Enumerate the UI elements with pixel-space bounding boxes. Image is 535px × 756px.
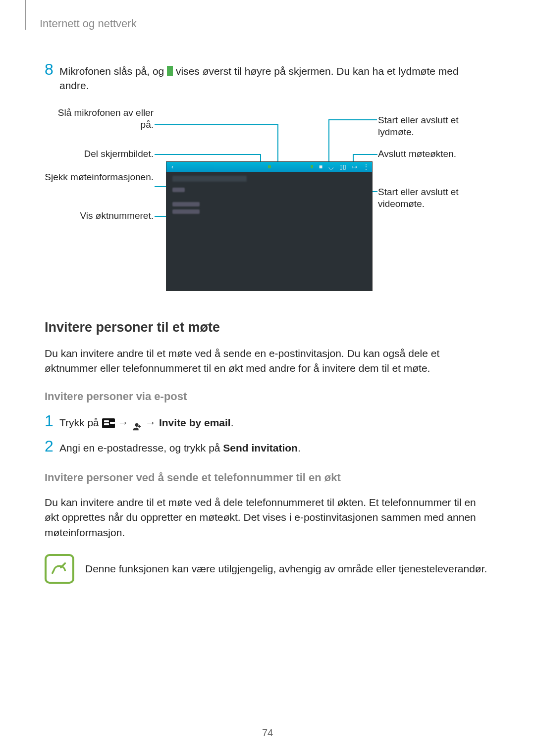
heading-invite-people: Invitere personer til et møte bbox=[45, 320, 490, 335]
more-icon: ▯▯ bbox=[339, 163, 346, 170]
availability-note: Denne funksjonen kan være utilgjengelig,… bbox=[45, 554, 490, 584]
step-number: 8 bbox=[45, 62, 59, 77]
step-1: 1 Trykk på → → Invite by email. bbox=[45, 414, 490, 431]
page-number: 74 bbox=[0, 727, 535, 739]
step-text: Trykk på → → Invite by email. bbox=[59, 415, 234, 431]
meeting-title-placeholder bbox=[172, 176, 247, 182]
mic-status-icon bbox=[311, 165, 313, 168]
app-toolbar: ‹ ■ ◡ ▯▯ ↦ ⋮ bbox=[166, 162, 372, 172]
session-number-placeholder bbox=[172, 209, 200, 214]
mic-active-icon bbox=[167, 66, 173, 76]
step-text: Angi en e-postadresse, og trykk på Send … bbox=[59, 441, 301, 455]
step-number: 2 bbox=[45, 439, 59, 454]
section-header: Internett og nettverk bbox=[40, 17, 490, 30]
callout-end-session: Avslutt møteøkten. bbox=[378, 148, 487, 160]
paragraph-invite-phone: Du kan invitere andre til et møte ved å … bbox=[45, 495, 490, 540]
callout-meeting-info: Sjekk møteinformasjonen. bbox=[45, 171, 154, 184]
video-icon: ■ bbox=[319, 163, 322, 170]
side-margin-line bbox=[25, 0, 26, 30]
step-2: 2 Angi en e-postadresse, og trykk på Sen… bbox=[45, 439, 490, 455]
panel-icon bbox=[102, 418, 115, 428]
add-person-icon bbox=[131, 418, 142, 428]
meeting-detail-placeholder bbox=[172, 188, 185, 192]
step-text: Mikrofonen slås på, og vises øverst til … bbox=[59, 64, 490, 93]
overflow-icon: ⋮ bbox=[363, 163, 369, 170]
center-indicator-icon bbox=[268, 165, 271, 168]
subheading-invite-phone: Invitere personer ved å sende et telefon… bbox=[45, 471, 490, 484]
callout-share-screen: Del skjermbildet. bbox=[45, 148, 154, 160]
note-text: Denne funksjonen kan være utilgjengelig,… bbox=[85, 561, 487, 576]
session-number-placeholder bbox=[172, 202, 200, 206]
callout-video-meeting: Start eller avslutt et videomøte. bbox=[378, 186, 487, 210]
callout-mic-toggle: Slå mikrofonen av eller på. bbox=[45, 107, 154, 131]
note-icon bbox=[45, 554, 74, 584]
back-icon: ‹ bbox=[171, 163, 173, 170]
subheading-invite-email: Invitere personer via e-post bbox=[45, 390, 490, 403]
exit-icon: ↦ bbox=[352, 163, 357, 170]
step-number: 1 bbox=[45, 414, 59, 428]
callout-session-number: Vis øktnummeret. bbox=[45, 210, 154, 222]
audio-icon: ◡ bbox=[328, 163, 333, 170]
callout-audio-meeting: Start eller avslutt et lydmøte. bbox=[378, 114, 487, 139]
meeting-screenshot-diagram: Slå mikrofonen av eller på. Del skjermbi… bbox=[45, 102, 490, 295]
meeting-app-screenshot: ‹ ■ ◡ ▯▯ ↦ ⋮ bbox=[166, 161, 373, 291]
paragraph-invite-intro: Du kan invitere andre til et møte ved å … bbox=[45, 346, 490, 376]
step-8: 8 Mikrofonen slås på, og vises øverst ti… bbox=[45, 62, 490, 93]
